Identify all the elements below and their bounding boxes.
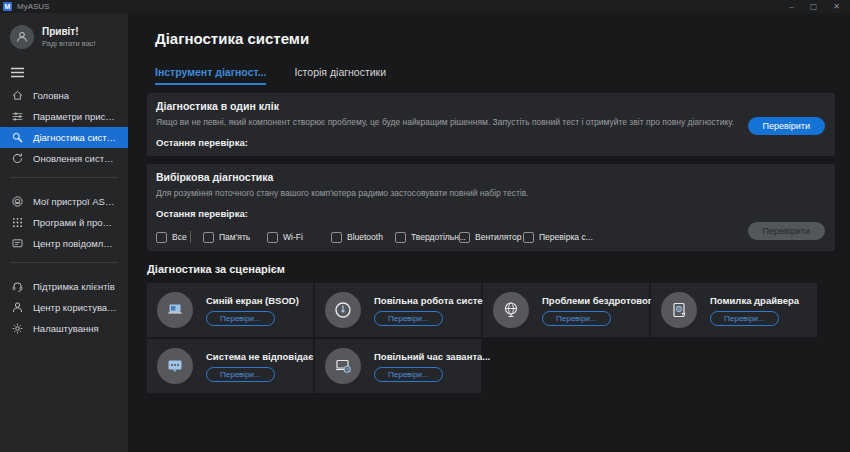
checkbox-system-check[interactable]: Перевірка с... <box>523 232 587 243</box>
scenario-title: Система не відповідає <box>206 351 313 362</box>
user-greeting[interactable]: Привіт! Раді вітати вас! <box>0 13 128 59</box>
sidebar-item-label: Оновлення системи <box>33 153 117 164</box>
test-checkbox-row: Все Пам'ять Wi-Fi Bluetooth Твердот <box>156 231 826 243</box>
scenario-check-button[interactable]: Перевіри... <box>710 311 779 326</box>
scenario-title: Повільна робота системи <box>374 295 481 306</box>
sidebar-item-label: Налаштування <box>33 323 99 334</box>
device-settings-icon <box>11 110 24 123</box>
close-icon[interactable]: ✕ <box>833 0 840 13</box>
system-update-icon <box>11 152 24 165</box>
last-check-label: Остання перевірка: <box>156 137 826 148</box>
support-icon <box>11 280 24 293</box>
custom-check-button[interactable]: Перевірити <box>748 222 825 240</box>
slow-boot-icon <box>325 348 361 384</box>
wireless-icon <box>493 292 529 328</box>
checkbox-wifi[interactable]: Wi-Fi <box>267 232 331 243</box>
sidebar-item-label: Центр повідомлень <box>33 238 117 249</box>
checkbox-box <box>459 232 470 243</box>
sidebar-item-customer-support[interactable]: Підтримка клієнтів <box>0 276 128 297</box>
sidebar-item-apps-offers[interactable]: Програми й пропозиції від... <box>0 212 128 233</box>
greeting-title: Привіт! <box>42 26 96 37</box>
scenario-title: Синій екран (BSOD) <box>206 295 299 306</box>
scenario-card-wireless-problems: Проблеми бездротовог... Перевіри... <box>483 283 649 337</box>
card-title: Вибіркова діагностика <box>156 171 826 183</box>
sidebar-item-home[interactable]: Головна <box>0 85 128 106</box>
myasus-logo-icon: M <box>3 2 12 11</box>
sidebar-item-label: Параметри пристрою <box>33 111 117 122</box>
menu-toggle-icon[interactable] <box>0 59 128 80</box>
sidebar-divider <box>10 262 118 263</box>
checkbox-box <box>523 232 534 243</box>
one-click-diagnostics-card: Діагностика в один клік Якщо ви не певні… <box>147 93 835 156</box>
checkbox-fan[interactable]: Вентилятор <box>459 232 523 243</box>
sidebar-item-label: Головна <box>33 90 69 101</box>
sidebar-item-user-center[interactable]: Центр користувачів <box>0 297 128 318</box>
greeting-subtitle: Раді вітати вас! <box>42 39 96 48</box>
home-icon <box>11 89 24 102</box>
checkbox-bluetooth[interactable]: Bluetooth <box>331 232 395 243</box>
user-center-icon <box>11 301 24 314</box>
last-check-label: Остання перевірка: <box>156 208 826 219</box>
checkbox-box <box>156 232 167 243</box>
tab-diagnostic-history[interactable]: Історія діагностики <box>294 66 386 85</box>
scenario-title: Помилка драйвера <box>710 295 799 306</box>
driver-error-icon <box>661 292 697 328</box>
scenario-card-bsod: Синій екран (BSOD) Перевіри... <box>147 283 313 337</box>
scenario-check-button[interactable]: Перевіри... <box>374 367 443 382</box>
main-content: Діагностика системи Інструмент діагност.… <box>128 13 850 452</box>
sidebar-item-label: Діагностика системи <box>33 132 117 143</box>
sidebar-item-system-diagnostics[interactable]: Діагностика системи <box>0 127 128 148</box>
bsod-icon <box>157 292 193 328</box>
card-title: Діагностика в один клік <box>156 100 826 112</box>
sidebar-item-device-settings[interactable]: Параметри пристрою <box>0 106 128 127</box>
slow-system-icon <box>325 292 361 328</box>
checkbox-divider <box>190 231 191 243</box>
maximize-icon[interactable]: ▢ <box>810 0 818 13</box>
scenario-title: Проблеми бездротовог... <box>542 295 649 306</box>
my-devices-icon <box>11 195 24 208</box>
sidebar-item-label: Програми й пропозиції від... <box>33 217 117 228</box>
checkbox-box <box>267 232 278 243</box>
sidebar-item-system-update[interactable]: Оновлення системи <box>0 148 128 169</box>
checkbox-all[interactable]: Все <box>156 232 190 243</box>
scenario-check-button[interactable]: Перевіри... <box>206 367 275 382</box>
scenario-card-driver-error: Помилка драйвера Перевіри... <box>651 283 817 337</box>
scenario-grid: Синій екран (BSOD) Перевіри... Повільна … <box>147 283 835 393</box>
scenario-card-system-not-responding: Система не відповідає Перевіри... <box>147 339 313 393</box>
settings-icon <box>11 322 24 335</box>
minimize-icon[interactable]: – <box>789 0 793 13</box>
tab-bar: Інструмент діагност... Історія діагности… <box>155 66 850 85</box>
user-avatar <box>10 25 34 49</box>
sidebar: Привіт! Раді вітати вас! Головна Парамет… <box>0 13 128 452</box>
custom-diagnostics-card: Вибіркова діагностика Для розуміння пото… <box>147 164 835 251</box>
sidebar-item-label: Мої пристрої ASUS <box>33 196 117 207</box>
app-title: MyASUS <box>17 2 49 11</box>
card-description: Для розуміння поточного стану вашого ком… <box>156 188 826 199</box>
sidebar-item-my-devices[interactable]: Мої пристрої ASUS <box>0 191 128 212</box>
scenario-section-title: Діагностика за сценарієм <box>147 263 850 275</box>
message-center-icon <box>11 237 24 250</box>
sidebar-item-settings[interactable]: Налаштування <box>0 318 128 339</box>
checkbox-box <box>203 232 214 243</box>
scenario-card-slow-system: Повільна робота системи Перевіри... <box>315 283 481 337</box>
scenario-card-slow-boot: Повільний час заванта... Перевіри... <box>315 339 481 393</box>
scenario-title: Повільний час заванта... <box>374 351 481 362</box>
checkbox-memory[interactable]: Пам'ять <box>203 232 267 243</box>
sidebar-divider <box>10 177 118 178</box>
tab-diagnostic-tool[interactable]: Інструмент діагност... <box>155 66 266 85</box>
sidebar-item-label: Центр користувачів <box>33 302 117 313</box>
not-responding-icon <box>157 348 193 384</box>
one-click-check-button[interactable]: Перевірити <box>748 117 825 135</box>
diagnostics-icon <box>11 131 24 144</box>
titlebar: M MyASUS – ▢ ✕ <box>0 0 850 13</box>
sidebar-item-message-center[interactable]: Центр повідомлень <box>0 233 128 254</box>
card-description: Якщо ви не певні, який компонент створює… <box>156 117 826 128</box>
scenario-check-button[interactable]: Перевіри... <box>374 311 443 326</box>
scenario-check-button[interactable]: Перевіри... <box>206 311 275 326</box>
page-title: Діагностика системи <box>155 30 850 47</box>
checkbox-ssd[interactable]: Твердотільн... <box>395 232 459 243</box>
sidebar-item-label: Підтримка клієнтів <box>33 281 115 292</box>
apps-icon <box>11 216 24 229</box>
scenario-check-button[interactable]: Перевіри... <box>542 311 611 326</box>
checkbox-box <box>331 232 342 243</box>
